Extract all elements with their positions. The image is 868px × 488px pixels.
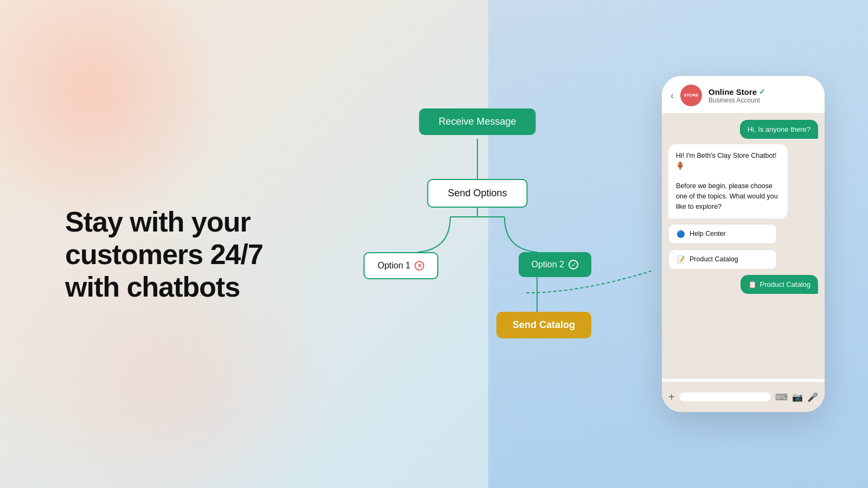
incoming-message-1: Hi! I'm Beth's Clay Store Chatbot! 🏺Befo… [668,144,788,219]
store-name: Online Store ✓ [709,87,816,97]
hero-title: Stay with your customers 24/7 with chatb… [65,206,271,303]
chat-area: Hi, Is anyone there? Hi! I'm Beth's Clay… [662,113,825,379]
phone-header: ‹ STORE Online Store ✓ Business Account [662,76,825,113]
input-icons: ⌨ 📷 🎤 [775,392,818,402]
product-catalog-button[interactable]: 📝 Product Catalog [668,249,777,269]
outgoing-message-1: Hi, Is anyone there? [740,120,818,139]
keyboard-icon: ⌨ [775,392,788,402]
send-catalog-node: Send Catalog [496,312,591,338]
x-icon: ✕ [414,261,424,271]
store-avatar: STORE [680,85,702,106]
help-center-icon: 🔵 [676,230,685,238]
phone-section: ‹ STORE Online Store ✓ Business Account … [662,76,835,412]
flow-diagram-section: Receive Message Send Options Option 1 ✕ … [293,108,662,380]
help-center-button[interactable]: 🔵 Help Center [668,224,777,244]
product-catalog-icon: 📝 [676,255,685,264]
check-icon: ✓ [569,260,578,269]
store-account-type: Business Account [709,97,816,104]
connector-lines [363,108,591,380]
verified-badge: ✓ [759,87,765,96]
hero-section: Stay with your customers 24/7 with chatb… [0,184,271,303]
send-options-node: Send Options [427,179,527,208]
store-info: Online Store ✓ Business Account [709,87,816,104]
microphone-icon: 🎤 [807,392,818,402]
phone-mockup: ‹ STORE Online Store ✓ Business Account … [662,76,825,412]
catalog-outgoing-message: 📋 Product Catalog [741,275,818,294]
receive-message-node: Receive Message [419,108,535,135]
message-input[interactable] [679,393,771,401]
option2-node: Option 2 ✓ [519,252,591,277]
back-button[interactable]: ‹ [671,90,674,101]
option1-node: Option 1 ✕ [363,252,438,279]
add-attachment-button[interactable]: + [668,391,675,403]
catalog-out-icon: 📋 [748,280,757,288]
flow-diagram: Receive Message Send Options Option 1 ✕ … [363,108,591,380]
phone-input-bar: + ⌨ 📷 🎤 [662,382,825,412]
camera-icon: 📷 [792,392,803,402]
